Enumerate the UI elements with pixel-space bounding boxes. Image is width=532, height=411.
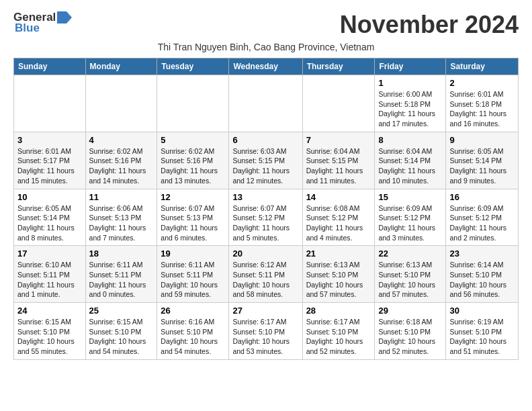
- day-info: Sunrise: 6:04 AM Sunset: 5:14 PM Dayligh…: [378, 146, 442, 186]
- logo: General Blue: [13, 11, 72, 35]
- day-number: 9: [449, 135, 515, 145]
- calendar-cell: 18Sunrise: 6:11 AM Sunset: 5:11 PM Dayli…: [85, 246, 157, 303]
- day-number: 13: [232, 192, 298, 202]
- calendar-cell: 25Sunrise: 6:15 AM Sunset: 5:10 PM Dayli…: [85, 303, 157, 360]
- day-number: 27: [232, 306, 298, 316]
- calendar-week-1: 3Sunrise: 6:01 AM Sunset: 5:17 PM Daylig…: [14, 132, 519, 189]
- calendar-cell: 16Sunrise: 6:09 AM Sunset: 5:12 PM Dayli…: [446, 189, 519, 246]
- day-info: Sunrise: 6:03 AM Sunset: 5:15 PM Dayligh…: [232, 146, 298, 186]
- day-info: Sunrise: 6:09 AM Sunset: 5:12 PM Dayligh…: [449, 203, 515, 243]
- day-info: Sunrise: 6:11 AM Sunset: 5:11 PM Dayligh…: [161, 260, 225, 300]
- day-info: Sunrise: 6:13 AM Sunset: 5:10 PM Dayligh…: [306, 260, 371, 300]
- day-info: Sunrise: 6:00 AM Sunset: 5:18 PM Dayligh…: [378, 89, 442, 129]
- day-info: Sunrise: 6:04 AM Sunset: 5:15 PM Dayligh…: [306, 146, 371, 186]
- day-number: 26: [161, 306, 225, 316]
- day-info: Sunrise: 6:10 AM Sunset: 5:11 PM Dayligh…: [17, 260, 82, 300]
- day-number: 28: [306, 306, 371, 316]
- weekday-header-friday: Friday: [375, 58, 446, 75]
- day-info: Sunrise: 6:15 AM Sunset: 5:10 PM Dayligh…: [17, 317, 82, 357]
- day-info: Sunrise: 6:01 AM Sunset: 5:18 PM Dayligh…: [449, 89, 515, 129]
- day-info: Sunrise: 6:15 AM Sunset: 5:10 PM Dayligh…: [89, 317, 154, 357]
- day-info: Sunrise: 6:02 AM Sunset: 5:16 PM Dayligh…: [89, 146, 154, 186]
- day-info: Sunrise: 6:16 AM Sunset: 5:10 PM Dayligh…: [161, 317, 225, 357]
- header: General Blue November 2024: [13, 11, 519, 39]
- weekday-header-saturday: Saturday: [446, 58, 519, 75]
- day-info: Sunrise: 6:12 AM Sunset: 5:11 PM Dayligh…: [232, 260, 298, 300]
- calendar-cell: 13Sunrise: 6:07 AM Sunset: 5:12 PM Dayli…: [229, 189, 302, 246]
- calendar-cell: 7Sunrise: 6:04 AM Sunset: 5:15 PM Daylig…: [302, 132, 375, 189]
- calendar-cell: 19Sunrise: 6:11 AM Sunset: 5:11 PM Dayli…: [157, 246, 229, 303]
- day-info: Sunrise: 6:14 AM Sunset: 5:10 PM Dayligh…: [449, 260, 515, 300]
- weekday-header-thursday: Thursday: [302, 58, 375, 75]
- weekday-header-tuesday: Tuesday: [157, 58, 229, 75]
- calendar-cell: 6Sunrise: 6:03 AM Sunset: 5:15 PM Daylig…: [229, 132, 302, 189]
- calendar-header-row: SundayMondayTuesdayWednesdayThursdayFrid…: [14, 58, 519, 75]
- weekday-header-wednesday: Wednesday: [229, 58, 302, 75]
- calendar-cell: 11Sunrise: 6:06 AM Sunset: 5:13 PM Dayli…: [85, 189, 157, 246]
- day-info: Sunrise: 6:13 AM Sunset: 5:10 PM Dayligh…: [378, 260, 442, 300]
- calendar-cell: 12Sunrise: 6:07 AM Sunset: 5:13 PM Dayli…: [157, 189, 229, 246]
- day-number: 25: [89, 306, 154, 316]
- weekday-header-sunday: Sunday: [14, 58, 86, 75]
- day-number: 7: [306, 135, 371, 145]
- calendar-cell: 26Sunrise: 6:16 AM Sunset: 5:10 PM Dayli…: [157, 303, 229, 360]
- day-number: 5: [161, 135, 225, 145]
- day-number: 15: [378, 192, 442, 202]
- day-number: 21: [306, 248, 371, 259]
- day-number: 12: [161, 192, 225, 202]
- day-info: Sunrise: 6:07 AM Sunset: 5:13 PM Dayligh…: [161, 203, 225, 243]
- day-info: Sunrise: 6:09 AM Sunset: 5:12 PM Dayligh…: [378, 203, 442, 243]
- calendar-cell: [229, 75, 302, 132]
- day-number: 4: [89, 135, 154, 145]
- svg-marker-0: [57, 11, 72, 24]
- calendar-week-2: 10Sunrise: 6:05 AM Sunset: 5:14 PM Dayli…: [14, 189, 519, 246]
- day-info: Sunrise: 6:17 AM Sunset: 5:10 PM Dayligh…: [232, 317, 298, 357]
- calendar-cell: 27Sunrise: 6:17 AM Sunset: 5:10 PM Dayli…: [229, 303, 302, 360]
- calendar-cell: 2Sunrise: 6:01 AM Sunset: 5:18 PM Daylig…: [446, 75, 519, 132]
- weekday-header-monday: Monday: [85, 58, 157, 75]
- day-number: 18: [89, 248, 154, 259]
- calendar-cell: 23Sunrise: 6:14 AM Sunset: 5:10 PM Dayli…: [446, 246, 519, 303]
- calendar-cell: 15Sunrise: 6:09 AM Sunset: 5:12 PM Dayli…: [375, 189, 446, 246]
- day-info: Sunrise: 6:17 AM Sunset: 5:10 PM Dayligh…: [306, 317, 371, 357]
- day-info: Sunrise: 6:08 AM Sunset: 5:12 PM Dayligh…: [306, 203, 371, 243]
- day-number: 8: [378, 135, 442, 145]
- day-info: Sunrise: 6:18 AM Sunset: 5:10 PM Dayligh…: [378, 317, 442, 357]
- calendar-cell: [14, 75, 86, 132]
- day-number: 19: [161, 248, 225, 259]
- location: Thi Tran Nguyen Binh, Cao Bang Province,…: [13, 42, 519, 52]
- day-info: Sunrise: 6:19 AM Sunset: 5:10 PM Dayligh…: [449, 317, 515, 357]
- calendar-cell: 10Sunrise: 6:05 AM Sunset: 5:14 PM Dayli…: [14, 189, 86, 246]
- calendar-cell: 28Sunrise: 6:17 AM Sunset: 5:10 PM Dayli…: [302, 303, 375, 360]
- calendar-cell: 14Sunrise: 6:08 AM Sunset: 5:12 PM Dayli…: [302, 189, 375, 246]
- day-number: 1: [378, 78, 442, 88]
- month-title: November 2024: [340, 11, 519, 39]
- day-info: Sunrise: 6:07 AM Sunset: 5:12 PM Dayligh…: [232, 203, 298, 243]
- page: General Blue November 2024 Thi Tran Nguy…: [0, 0, 532, 371]
- calendar-cell: 29Sunrise: 6:18 AM Sunset: 5:10 PM Dayli…: [375, 303, 446, 360]
- calendar-cell: 8Sunrise: 6:04 AM Sunset: 5:14 PM Daylig…: [375, 132, 446, 189]
- calendar-week-3: 17Sunrise: 6:10 AM Sunset: 5:11 PM Dayli…: [14, 246, 519, 303]
- calendar-cell: 22Sunrise: 6:13 AM Sunset: 5:10 PM Dayli…: [375, 246, 446, 303]
- day-number: 30: [449, 306, 515, 316]
- calendar-cell: 3Sunrise: 6:01 AM Sunset: 5:17 PM Daylig…: [14, 132, 86, 189]
- calendar-cell: 24Sunrise: 6:15 AM Sunset: 5:10 PM Dayli…: [14, 303, 86, 360]
- day-number: 20: [232, 248, 298, 259]
- calendar-cell: [85, 75, 157, 132]
- day-number: 11: [89, 192, 154, 202]
- calendar-cell: 4Sunrise: 6:02 AM Sunset: 5:16 PM Daylig…: [85, 132, 157, 189]
- day-info: Sunrise: 6:11 AM Sunset: 5:11 PM Dayligh…: [89, 260, 154, 300]
- day-number: 23: [449, 248, 515, 259]
- day-info: Sunrise: 6:01 AM Sunset: 5:17 PM Dayligh…: [17, 146, 82, 186]
- calendar-cell: 17Sunrise: 6:10 AM Sunset: 5:11 PM Dayli…: [14, 246, 86, 303]
- day-number: 10: [17, 192, 82, 202]
- calendar-table: SundayMondayTuesdayWednesdayThursdayFrid…: [13, 58, 519, 360]
- day-number: 16: [449, 192, 515, 202]
- calendar-cell: 9Sunrise: 6:05 AM Sunset: 5:14 PM Daylig…: [446, 132, 519, 189]
- calendar-cell: [157, 75, 229, 132]
- calendar-week-4: 24Sunrise: 6:15 AM Sunset: 5:10 PM Dayli…: [14, 303, 519, 360]
- logo-icon: [57, 11, 72, 24]
- day-number: 22: [378, 248, 442, 259]
- calendar-cell: 1Sunrise: 6:00 AM Sunset: 5:18 PM Daylig…: [375, 75, 446, 132]
- calendar-cell: 21Sunrise: 6:13 AM Sunset: 5:10 PM Dayli…: [302, 246, 375, 303]
